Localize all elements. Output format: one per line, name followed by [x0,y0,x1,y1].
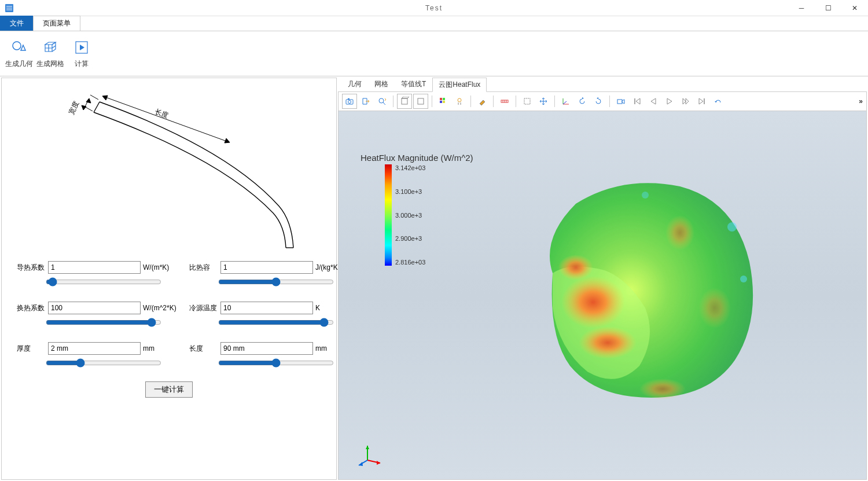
step-forward-icon[interactable] [678,94,693,109]
viz-canvas[interactable]: HeatFlux Magnitude (W/m^2) 3.142e+03 3.1… [338,111,867,480]
minimize-button[interactable]: ─ [788,0,815,16]
toolbar-overflow-icon[interactable]: » [859,97,863,105]
zoom-reset-icon[interactable] [374,94,389,109]
svg-marker-34 [582,97,584,99]
play-forward-icon[interactable] [662,94,677,109]
svg-rect-36 [617,100,622,104]
svg-rect-24 [443,101,445,103]
axes-icon[interactable] [558,94,573,109]
length-slider[interactable] [218,358,334,368]
calculate-button[interactable]: 计算 [67,34,96,74]
param-specific-heat: 比热容 J/(kg*K) [189,261,350,287]
colorbar-tick: 2.816e+03 [395,259,425,266]
svg-marker-44 [699,98,703,104]
svg-marker-59 [377,461,380,465]
svg-marker-61 [359,462,363,466]
heat-transfer-label: 换热系数 [17,303,46,313]
svg-marker-10 [82,105,86,110]
export-icon[interactable] [358,94,373,109]
lighting-icon[interactable] [452,94,467,109]
viz-tab-mesh[interactable]: 网格 [368,77,395,91]
heat-transfer-unit: W/(m^2*K) [143,304,178,312]
thickness-unit: mm [143,344,178,353]
one-click-calculate-button[interactable]: 一键计算 [145,381,193,398]
ribbon: 生成几何 生成网格 计算 [0,31,868,76]
cold-source-temp-label: 冷源温度 [189,303,218,313]
camera-icon[interactable] [342,94,357,109]
geometry-diagram: 长度 宽度 [5,82,333,261]
thickness-input[interactable] [48,342,141,355]
rotate-right-icon[interactable] [591,94,606,109]
colorbar-tick: 3.100e+3 [395,188,425,195]
svg-marker-46 [715,101,717,102]
mesh-icon [41,38,60,57]
colorbar-tick: 2.900e+3 [395,235,425,242]
select-region-icon[interactable] [520,94,535,109]
svg-rect-20 [418,98,424,104]
cold-source-temp-slider[interactable] [218,318,334,327]
param-thermal-conductivity: 导热系数 W/(m*K) [17,261,178,287]
colorbar: 3.142e+03 3.100e+3 3.000e+3 2.900e+3 2.8… [385,164,425,266]
loop-icon[interactable] [711,94,726,109]
viz-tab-contour-t[interactable]: 等值线T [395,77,432,91]
play-icon [72,38,91,57]
thickness-slider[interactable] [46,358,161,368]
svg-marker-43 [686,98,689,104]
length-input[interactable] [220,342,313,355]
svg-marker-37 [622,100,624,104]
svg-marker-57 [366,446,369,449]
cold-source-temp-input[interactable] [220,302,313,314]
close-button[interactable]: ✕ [841,0,868,16]
heat-transfer-slider[interactable] [46,318,161,327]
generate-mesh-label: 生成网格 [36,59,64,69]
orientation-triad-icon [356,440,385,469]
viz-tab-heatflux[interactable]: 云图HeatFlux [432,78,487,92]
clear-icon[interactable] [475,94,490,109]
svg-marker-6 [102,96,108,100]
svg-rect-30 [524,98,530,104]
tab-file[interactable]: 文件 [0,16,34,31]
parameter-panel: 长度 宽度 导热系数 W/(m*K) [1,78,337,480]
specific-heat-label: 比热容 [189,263,218,273]
thermal-conductivity-label: 导热系数 [17,263,46,273]
svg-point-50 [665,215,694,250]
thermal-conductivity-slider[interactable] [46,277,161,287]
length-dimension-label: 长度 [154,108,170,120]
viz-title: HeatFlux Magnitude (W/m^2) [361,153,473,163]
thickness-label: 厚度 [17,344,46,354]
svg-marker-39 [636,98,640,104]
specific-heat-slider[interactable] [218,277,334,287]
app-icon [3,2,15,14]
specific-heat-input[interactable] [220,261,313,274]
svg-marker-40 [651,98,656,104]
svg-point-48 [579,326,637,359]
svg-marker-19 [402,97,409,98]
generate-mesh-button[interactable]: 生成网格 [36,34,65,74]
go-first-icon[interactable] [630,94,645,109]
length-label: 长度 [189,344,218,354]
param-thickness: 厚度 mm [17,342,178,368]
thermal-conductivity-input[interactable] [48,261,141,274]
view-front-icon[interactable] [397,94,412,109]
heat-transfer-input[interactable] [48,302,141,314]
generate-geometry-button[interactable]: 生成几何 [5,34,34,74]
svg-marker-35 [597,97,598,99]
pan-icon[interactable] [536,94,551,109]
svg-rect-21 [440,98,442,100]
svg-point-47 [561,276,625,328]
svg-line-17 [383,102,385,105]
titlebar: Test ─ ☐ ✕ [0,0,868,16]
tab-page-menu[interactable]: 页面菜单 [33,16,80,31]
view-perspective-icon[interactable] [413,94,428,109]
viz-tab-geometry[interactable]: 几何 [341,77,368,91]
rotate-left-icon[interactable] [575,94,590,109]
svg-marker-41 [667,98,672,104]
ruler-icon[interactable] [497,94,512,109]
step-back-icon[interactable] [646,94,661,109]
video-icon[interactable] [613,94,628,109]
svg-marker-9 [86,98,91,103]
maximize-button[interactable]: ☐ [815,0,841,16]
color-legend-icon[interactable] [436,94,451,109]
param-heat-transfer: 换热系数 W/(m^2*K) [17,302,178,327]
go-last-icon[interactable] [694,94,709,109]
